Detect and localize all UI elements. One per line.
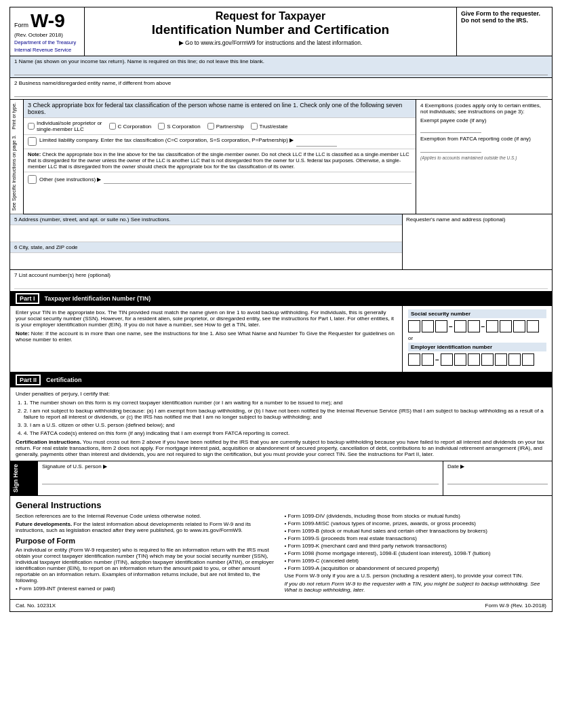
ein-box-2[interactable]	[422, 353, 434, 366]
signature-input[interactable]	[42, 471, 439, 484]
line7-input[interactable]	[14, 278, 548, 289]
rev-date: (Rev. October 2018)	[14, 32, 80, 38]
ein-box-1[interactable]	[408, 353, 420, 366]
date-input[interactable]	[447, 471, 548, 484]
checkbox-individual: Individual/sole proprietor orsingle-memb…	[28, 120, 102, 132]
ssn-box-6[interactable]	[486, 320, 498, 332]
exempt-payee-block: Exempt payee code (if any)	[420, 117, 548, 133]
side-label-instructions: See Specific Instructions on page 3.	[10, 132, 23, 214]
cert-instructions-bold: Certification instructions.	[16, 439, 81, 445]
applies-text: (Applies to accounts maintained outside …	[420, 155, 548, 160]
header-center: Request for Taxpayer Identification Numb…	[85, 7, 457, 56]
ssn-box-8[interactable]	[513, 320, 525, 332]
ssn-box-5[interactable]	[468, 320, 480, 332]
general-columns: Section references are to the Internal R…	[16, 513, 546, 595]
cert-item-1: 1. The number shown on this form is my c…	[24, 400, 546, 406]
sign-section: Sign Here Signature of U.S. person ▶ Dat…	[10, 461, 552, 496]
sign-fields: Signature of U.S. person ▶ Date ▶	[37, 461, 552, 495]
ein-box-8[interactable]	[508, 353, 521, 366]
checkbox-trust-label: Trust/estate	[260, 123, 288, 130]
purpose-text: An individual or entity (Form W-9 reques…	[16, 547, 278, 583]
cert-instructions: Certification instructions. You must cro…	[16, 439, 546, 457]
cert-list: 1. The number shown on this form is my c…	[16, 400, 546, 436]
requester-block: Requester's name and address (optional)	[403, 214, 552, 269]
part2-content: Under penalties of perjury, I certify th…	[10, 387, 552, 461]
form-footer: Cat. No. 10231X Form W-9 (Rev. 10-2018)	[10, 600, 552, 611]
other-input[interactable]	[104, 174, 412, 184]
llc-classification-input[interactable]	[296, 137, 337, 147]
line1-label: 1 Name (as shown on your income tax retu…	[14, 58, 264, 64]
checkbox-other-input[interactable]	[28, 175, 37, 184]
exempt-payee-input[interactable]	[420, 123, 481, 133]
sign-sig-area: Signature of U.S. person ▶	[38, 461, 443, 495]
line6-input[interactable]	[14, 255, 398, 267]
checkbox-partnership: Partnership	[207, 123, 244, 130]
ssn-dash-1: –	[449, 323, 453, 330]
checkbox-c-corp-input[interactable]	[109, 123, 116, 130]
form-number: W-9	[31, 10, 65, 32]
right-item-5: • Form 1098 (home mortgage interest), 10…	[285, 550, 547, 556]
general-instructions: General Instructions Section references …	[10, 496, 552, 600]
tin-boxes: Social security number – – or Employer i…	[403, 306, 552, 372]
right-item-3: • Form 1099-S (proceeds from real estate…	[285, 535, 547, 541]
checkboxes-row: Individual/sole proprietor orsingle-memb…	[24, 118, 416, 135]
address-left: 5 Address (number, street, and apt. or s…	[10, 214, 403, 269]
form-w9-title: Form W-9	[14, 10, 80, 32]
checkbox-individual-label: Individual/sole proprietor orsingle-memb…	[37, 120, 102, 132]
llc-note: Note: Check the appropriate box in the l…	[24, 149, 416, 172]
checkbox-individual-input[interactable]	[28, 123, 35, 130]
checkbox-s-corp-label: S Corporation	[167, 123, 200, 130]
ssn-box-9[interactable]	[527, 320, 539, 332]
right-item-4: • Form 1099-K (merchant card and third p…	[285, 543, 547, 549]
ein-dash: –	[435, 356, 439, 364]
checkbox-trust-input[interactable]	[251, 123, 258, 130]
ssn-box-2[interactable]	[422, 320, 434, 332]
line5-input[interactable]	[14, 227, 398, 240]
italic-note: If you do not return Form W-9 to the req…	[285, 581, 540, 593]
checkbox-s-corp-input[interactable]	[158, 123, 165, 130]
other-label: Other (see instructions) ▶	[39, 176, 101, 183]
cert-instructions-text: You must cross out item 2 above if you h…	[16, 439, 544, 457]
ein-box-9[interactable]	[522, 353, 534, 366]
side-labels: Print or type. See Specific Instructions…	[10, 100, 24, 214]
ssn-box-4[interactable]	[454, 320, 466, 332]
ssn-box-1[interactable]	[408, 320, 420, 332]
purpose-title: Purpose of Form	[16, 537, 278, 545]
requester-input[interactable]	[406, 223, 548, 263]
main-title: Request for Taxpayer	[90, 10, 451, 22]
part1-description: Enter your TIN in the appropriate box. T…	[16, 309, 397, 328]
ein-box-6[interactable]	[481, 353, 494, 366]
line5-input-area	[10, 225, 402, 242]
line1-input[interactable]	[14, 64, 548, 75]
cat-no: Cat. No. 10231X	[16, 602, 56, 609]
gen-col-right: • Form 1099-DIV (dividends, including th…	[285, 513, 547, 595]
part1-content: Enter your TIN in the appropriate box. T…	[10, 306, 552, 372]
exemptions-block: 4 Exemptions (codes apply only to certai…	[416, 100, 552, 214]
ein-box-3[interactable]	[441, 353, 453, 366]
ssn-box-7[interactable]	[500, 320, 512, 332]
ein-box-5[interactable]	[468, 353, 480, 366]
sign-date-area: Date ▶	[443, 461, 552, 495]
page: Form W-9 (Rev. October 2018) Department …	[0, 0, 562, 619]
future-dev: Future developments. For the latest info…	[16, 521, 278, 533]
checkbox-llc-input[interactable]	[28, 137, 37, 146]
date-label: Date ▶	[447, 463, 548, 470]
line3-area: Print or type. See Specific Instructions…	[10, 100, 552, 214]
checkbox-partnership-input[interactable]	[207, 123, 214, 130]
llc-label: Limited liability company. Enter the tax…	[39, 137, 294, 143]
llc-note-text: Check the appropriate box in the line ab…	[28, 151, 409, 170]
part1-text-block: Enter your TIN in the appropriate box. T…	[10, 306, 403, 372]
part2-label: Part II	[16, 375, 41, 385]
line6-input-area	[10, 253, 402, 269]
side-label-print: Print or type.	[10, 100, 23, 132]
form-label: Form	[14, 22, 28, 28]
line2-input[interactable]	[14, 86, 548, 97]
ein-box-4[interactable]	[454, 353, 466, 366]
part2-header: Part II Certification	[10, 372, 552, 387]
ein-box-7[interactable]	[495, 353, 507, 366]
line2-label: 2 Business name/disregarded entity name,…	[14, 80, 171, 86]
ssn-dash-2: –	[481, 323, 485, 330]
sig-label: Signature of U.S. person ▶	[42, 463, 439, 470]
ssn-box-3[interactable]	[435, 320, 447, 332]
fatca-input[interactable]	[420, 143, 481, 153]
